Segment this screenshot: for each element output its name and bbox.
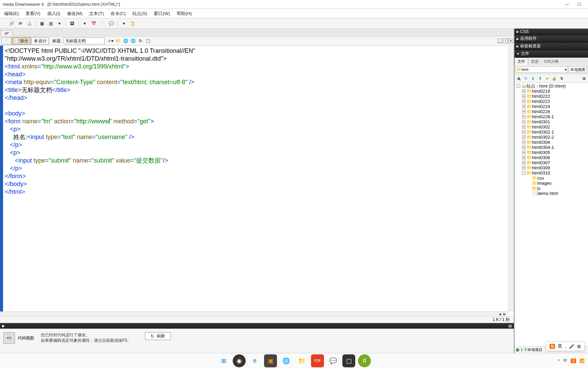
refresh-button[interactable]: ↻ 刷新 bbox=[145, 332, 171, 340]
tree-expand-icon[interactable]: + bbox=[522, 140, 526, 144]
task-obs-icon[interactable]: ◉ bbox=[233, 354, 246, 367]
tray-net-icon[interactable]: 📶 bbox=[579, 358, 585, 363]
script-icon[interactable]: 📜 bbox=[129, 20, 136, 27]
menu-view[interactable]: 查看(V) bbox=[23, 9, 43, 18]
preview-icon[interactable]: 🌐 bbox=[122, 37, 129, 44]
vertical-scrollbar[interactable] bbox=[508, 46, 514, 311]
task-edge-icon[interactable]: e bbox=[248, 354, 261, 367]
tree-expand-icon[interactable]: + bbox=[522, 161, 526, 165]
hyperlink-icon[interactable]: 🔗 bbox=[8, 20, 15, 27]
tree-expand-icon[interactable]: + bbox=[522, 145, 526, 149]
tray-sogou-icon[interactable]: S bbox=[571, 358, 576, 363]
panel-toggle-icon[interactable]: ▤ bbox=[508, 324, 512, 328]
code-view-button[interactable]: 📄 bbox=[1, 37, 11, 45]
document-tab[interactable]: nl* bbox=[1, 30, 13, 36]
refresh-files-icon[interactable]: ↻ bbox=[523, 75, 529, 81]
tree-expand-icon[interactable]: - bbox=[517, 84, 520, 88]
tree-item[interactable]: +📁 html0306 bbox=[515, 155, 587, 160]
tree-item[interactable]: 📄 demo.html bbox=[515, 191, 587, 196]
tree-item[interactable]: 📁 images bbox=[515, 181, 587, 186]
maximize-button[interactable]: ☐ bbox=[573, 2, 585, 7]
tree-expand-icon[interactable]: + bbox=[522, 156, 526, 159]
snippets-tab[interactable]: 代码片断 bbox=[541, 58, 561, 65]
tree-item[interactable]: -🗂 站点 - html (D:\html) bbox=[515, 83, 587, 89]
tree-expand-icon[interactable]: + bbox=[522, 151, 526, 154]
files-panel-header[interactable]: ▼文件 bbox=[514, 50, 588, 58]
mic-icon[interactable]: 🎤 bbox=[569, 344, 574, 349]
layout-icon[interactable]: ▤ bbox=[47, 20, 54, 27]
expand-icon[interactable]: ⊞ bbox=[581, 75, 587, 81]
menu-commands[interactable]: 命令(C) bbox=[108, 9, 128, 18]
validate-icon[interactable]: ✓▾ bbox=[107, 37, 114, 44]
site-dropdown[interactable]: 📁 html▾ bbox=[516, 66, 568, 73]
browser-icon[interactable]: 🌐 bbox=[130, 37, 136, 44]
get-icon[interactable]: ⬇ bbox=[530, 75, 536, 81]
tree-expand-icon[interactable]: + bbox=[522, 110, 526, 113]
assets-tab[interactable]: 资源 bbox=[528, 58, 541, 65]
start-button[interactable]: ⊞ bbox=[217, 354, 230, 367]
doc-restore-icon[interactable]: ▫ bbox=[503, 39, 508, 43]
head-icon[interactable]: ▾ bbox=[120, 20, 127, 27]
menu-modify[interactable]: 修改(M) bbox=[64, 9, 85, 18]
connect-icon[interactable]: 🔌 bbox=[516, 75, 522, 81]
image-icon[interactable]: 🖼 bbox=[69, 20, 76, 27]
date-icon[interactable]: 📅 bbox=[90, 20, 97, 27]
tree-item[interactable]: +📁 html0224 bbox=[515, 104, 587, 109]
task-explorer-icon[interactable]: 📁 bbox=[295, 354, 308, 367]
tree-item[interactable]: +📁 html0304 bbox=[515, 140, 587, 145]
tree-expand-icon[interactable]: + bbox=[522, 135, 526, 139]
menu-window[interactable]: 窗口(W) bbox=[151, 9, 173, 18]
tree-item[interactable]: +📁 html0226-1 bbox=[515, 114, 587, 119]
tree-item[interactable]: +📁 html0307 bbox=[515, 160, 587, 165]
tree-expand-icon[interactable]: + bbox=[522, 166, 526, 170]
horizontal-scrollbar[interactable]: ◄ ► bbox=[0, 311, 508, 316]
tree-expand-icon[interactable]: + bbox=[522, 125, 526, 129]
task-dw-icon[interactable]: d bbox=[358, 354, 371, 367]
tree-expand-icon[interactable]: + bbox=[522, 130, 526, 134]
ime-lang[interactable]: 英 bbox=[558, 343, 562, 349]
anchor-icon[interactable]: ⚓ bbox=[26, 20, 33, 27]
menu-site[interactable]: 站点(S) bbox=[130, 9, 150, 18]
tree-item[interactable]: +📁 html0223 bbox=[515, 99, 587, 104]
tree-expand-icon[interactable]: + bbox=[522, 115, 526, 119]
tree-item[interactable]: 📁 js bbox=[515, 186, 587, 191]
media-icon[interactable]: ▾ bbox=[81, 20, 88, 27]
files-tab[interactable]: 文件 bbox=[514, 58, 528, 65]
tree-item[interactable]: +📁 html0301 bbox=[515, 119, 587, 124]
tree-expand-icon[interactable]: + bbox=[522, 89, 526, 93]
code-editor[interactable]: <!DOCTYPE html PUBLIC "-//W3C//DTD XHTML… bbox=[0, 46, 514, 316]
properties-header[interactable]: ▶▤ bbox=[0, 323, 514, 328]
doc-minimize-icon[interactable]: _ bbox=[497, 39, 502, 43]
minimize-button[interactable]: — bbox=[561, 2, 573, 7]
tree-expand-icon[interactable]: + bbox=[522, 99, 526, 103]
tree-item[interactable]: -📁 html0310 bbox=[515, 170, 587, 175]
tray-up-icon[interactable]: ^ bbox=[558, 358, 560, 363]
tree-item[interactable]: +📁 html0219 bbox=[515, 89, 587, 94]
file-tree[interactable]: -🗂 站点 - html (D:\html)+📁 html0219+📁 html… bbox=[514, 83, 588, 346]
menu-text[interactable]: 文本(T) bbox=[86, 9, 107, 18]
file-mgmt-icon[interactable]: 📁 bbox=[115, 37, 121, 44]
scroll-right-icon[interactable]: ► bbox=[502, 312, 507, 316]
options-icon[interactable]: 📋 bbox=[145, 37, 151, 44]
tree-expand-icon[interactable]: - bbox=[522, 171, 526, 175]
tree-expand-icon[interactable]: + bbox=[522, 120, 526, 124]
menu-help[interactable]: 帮助(H) bbox=[174, 9, 194, 18]
tree-item[interactable]: 📁 css bbox=[515, 175, 587, 181]
split-view-button[interactable]: 📑拆分 bbox=[12, 37, 31, 45]
task-chrome-icon[interactable]: 🌐 bbox=[280, 354, 293, 367]
tree-item[interactable]: +📁 html0302 bbox=[515, 124, 587, 129]
tray-ime-icon[interactable]: 中 bbox=[563, 358, 567, 364]
put-icon[interactable]: ⬆ bbox=[537, 75, 543, 81]
server-icon[interactable]: 📄 bbox=[99, 20, 106, 27]
document-title-input[interactable] bbox=[64, 37, 104, 44]
tags-panel-header[interactable]: ▶标签检查器 bbox=[514, 43, 588, 50]
task-sublime-icon[interactable]: ▣ bbox=[264, 354, 277, 367]
scroll-left-icon[interactable]: ◄ bbox=[497, 312, 502, 316]
tree-item[interactable]: +📁 html0226 bbox=[515, 109, 587, 114]
tree-item[interactable]: +📁 html0309 bbox=[515, 165, 587, 170]
tree-expand-icon[interactable]: + bbox=[522, 94, 526, 98]
task-wechat-icon[interactable]: 💬 bbox=[327, 354, 340, 367]
menu-insert[interactable]: 插入(I) bbox=[45, 9, 63, 18]
refresh-icon[interactable]: ↻ bbox=[137, 37, 144, 44]
view-mode-dropdown[interactable]: 本地视图 bbox=[569, 66, 587, 73]
